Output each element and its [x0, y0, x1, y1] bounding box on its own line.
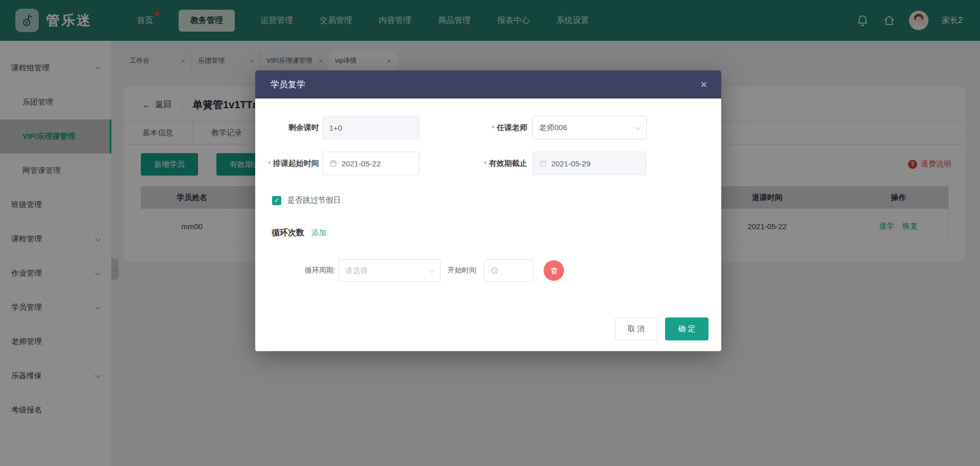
start-time-input[interactable] — [484, 259, 533, 282]
student-resume-modal: 学员复学 × 剩余课时 1+0 * 任课老师 老师006 * 排课起始时 — [255, 70, 721, 351]
modal-footer: 取 消 确 定 — [615, 317, 708, 340]
teacher-select[interactable]: 老师006 — [532, 116, 647, 139]
cycle-period-select[interactable]: 请选择 — [338, 259, 440, 282]
calendar-icon — [329, 159, 337, 167]
cycle-count-label: 循环次数 — [272, 228, 304, 238]
modal-row-2: * 排课起始时间 2021-05-22 * 有效期截止 2021-05-29 — [255, 152, 721, 175]
validity-end-date-input[interactable]: 2021-05-29 — [532, 152, 647, 175]
modal-row-1: 剩余课时 1+0 * 任课老师 老师006 — [255, 116, 721, 139]
screen: 管乐迷 首页 教务管理 运营管理 交易管理 内容管理 商品管理 报表中心 系统设… — [0, 0, 980, 466]
validity-end-label: * 有效期截止 — [449, 152, 527, 175]
cycle-period-label: 循环周期: — [296, 259, 335, 282]
delete-cycle-button[interactable] — [544, 260, 564, 281]
calendar-icon — [539, 159, 547, 167]
modal-title: 学员复学 — [271, 79, 305, 90]
chevron-down-icon — [429, 267, 434, 273]
trash-icon — [550, 266, 558, 275]
skip-holiday-checkbox[interactable]: ✓ — [272, 196, 281, 205]
teacher-label: * 任课老师 — [449, 116, 527, 139]
cancel-button[interactable]: 取 消 — [615, 317, 657, 340]
cycle-section-header: 循环次数 添加 — [272, 228, 327, 238]
schedule-start-label: * 排课起始时间 — [245, 152, 319, 175]
modal-header: 学员复学 — [255, 70, 721, 99]
add-cycle-link[interactable]: 添加 — [311, 228, 327, 238]
clock-icon — [491, 266, 499, 275]
skip-holiday-label: 是否跳过节假日 — [287, 195, 341, 205]
remaining-hours-input[interactable]: 1+0 — [323, 116, 420, 139]
schedule-start-date-input[interactable]: 2021-05-22 — [323, 152, 420, 175]
check-icon: ✓ — [274, 197, 280, 204]
close-icon[interactable]: × — [697, 78, 711, 92]
start-time-label: 开始时间 — [448, 259, 480, 282]
chevron-down-icon — [635, 124, 641, 130]
remaining-hours-label: 剩余课时 — [255, 116, 319, 139]
confirm-button[interactable]: 确 定 — [665, 317, 708, 340]
skip-holiday-row: ✓ 是否跳过节假日 — [272, 195, 341, 205]
cycle-row: 循环周期: 请选择 开始时间 — [255, 259, 721, 283]
